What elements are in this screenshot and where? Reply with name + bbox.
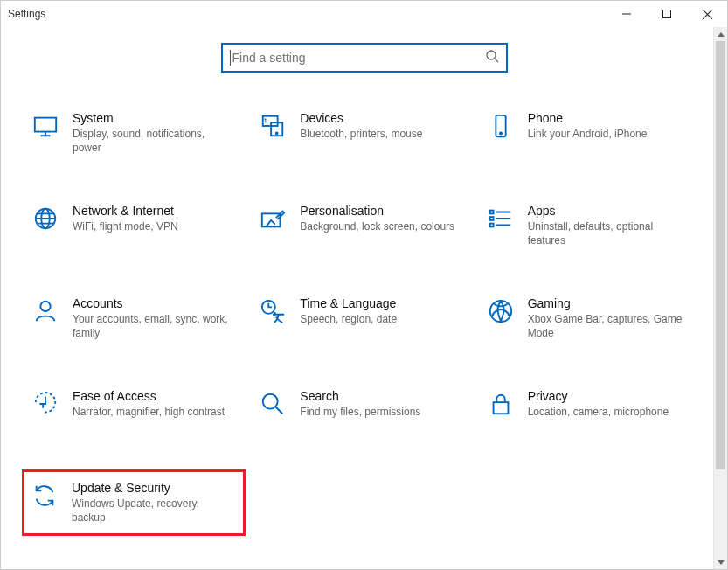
gaming-icon: [486, 296, 516, 326]
tile-title: Ease of Access: [73, 389, 225, 403]
close-button[interactable]: [687, 1, 727, 27]
magnifier-icon: [258, 389, 288, 419]
tile-desc: Uninstall, defaults, optional features: [528, 219, 685, 247]
time-language-icon: [258, 296, 288, 326]
tile-desc: WiFi, flight mode, VPN: [73, 219, 178, 233]
search-icon: [485, 49, 499, 66]
search-box[interactable]: [221, 43, 508, 73]
lock-icon: [486, 389, 516, 419]
tile-title: Time & Language: [300, 296, 397, 310]
svg-rect-12: [489, 217, 493, 220]
tile-desc: Find my files, permissions: [300, 405, 420, 419]
ease-of-access-icon: [31, 389, 60, 419]
phone-icon: [486, 111, 516, 141]
svg-point-14: [40, 302, 50, 311]
search-input[interactable]: [232, 51, 484, 65]
tile-title: Personalisation: [300, 204, 454, 218]
content-area: System Display, sound, notifications, po…: [1, 27, 727, 536]
tile-desc: Bluetooth, printers, mouse: [300, 127, 422, 141]
svg-rect-13: [489, 224, 493, 227]
svg-point-1: [487, 51, 496, 59]
tile-title: Accounts: [73, 296, 230, 310]
scrollbar-thumb[interactable]: [716, 41, 725, 469]
tile-phone[interactable]: Phone Link your Android, iPhone: [482, 108, 701, 169]
globe-icon: [31, 204, 60, 233]
minimize-button[interactable]: [607, 1, 647, 27]
tile-title: Phone: [528, 111, 648, 125]
paintbrush-icon: [258, 204, 288, 233]
system-icon: [31, 111, 60, 141]
window-controls: [607, 1, 727, 27]
tile-privacy[interactable]: Privacy Location, camera, microphone: [482, 386, 701, 447]
tile-gaming[interactable]: Gaming Xbox Game Bar, captures, Game Mod…: [482, 293, 701, 354]
tile-apps[interactable]: Apps Uninstall, defaults, optional featu…: [482, 200, 701, 261]
tile-title: Search: [300, 389, 420, 403]
tile-ease-of-access[interactable]: Ease of Access Narrator, magnifier, high…: [27, 386, 246, 447]
tile-title: Gaming: [528, 296, 685, 310]
sync-icon: [30, 481, 59, 511]
text-cursor: [230, 50, 231, 66]
tile-desc: Speech, region, date: [300, 312, 397, 326]
svg-point-5: [276, 133, 278, 135]
svg-rect-11: [489, 211, 493, 214]
scrollbar[interactable]: [713, 27, 727, 569]
apps-icon: [486, 204, 516, 233]
tile-devices[interactable]: Devices Bluetooth, printers, mouse: [254, 108, 473, 169]
person-icon: [31, 296, 60, 326]
tile-title: Privacy: [528, 389, 669, 403]
svg-rect-2: [35, 118, 56, 132]
tile-update-security[interactable]: Update & Security Windows Update, recove…: [22, 469, 246, 536]
settings-grid: System Display, sound, notifications, po…: [18, 108, 710, 536]
tile-desc: Location, camera, microphone: [528, 405, 669, 419]
tile-title: Devices: [300, 111, 422, 125]
titlebar: Settings: [1, 1, 727, 27]
tile-system[interactable]: System Display, sound, notifications, po…: [27, 108, 246, 169]
svg-rect-18: [493, 402, 508, 414]
tile-desc: Windows Update, recovery, backup: [72, 497, 229, 525]
svg-rect-0: [663, 10, 671, 18]
svg-point-17: [263, 394, 278, 409]
tile-accounts[interactable]: Accounts Your accounts, email, sync, wor…: [27, 293, 246, 354]
svg-point-16: [489, 301, 510, 322]
scroll-down-icon[interactable]: [714, 555, 727, 569]
tile-desc: Background, lock screen, colours: [300, 219, 454, 233]
tile-desc: Xbox Game Bar, captures, Game Mode: [528, 312, 685, 340]
tile-desc: Link your Android, iPhone: [528, 127, 648, 141]
tile-network[interactable]: Network & Internet WiFi, flight mode, VP…: [27, 200, 246, 261]
tile-desc: Display, sound, notifications, power: [73, 127, 230, 155]
window-title: Settings: [8, 8, 45, 20]
scroll-up-icon[interactable]: [714, 27, 727, 41]
svg-point-7: [500, 132, 502, 134]
devices-icon: [258, 111, 288, 141]
maximize-button[interactable]: [647, 1, 687, 27]
tile-title: System: [73, 111, 230, 125]
tile-desc: Your accounts, email, sync, work, family: [73, 312, 230, 340]
tile-search[interactable]: Search Find my files, permissions: [254, 386, 473, 447]
tile-personalisation[interactable]: Personalisation Background, lock screen,…: [254, 200, 473, 261]
tile-desc: Narrator, magnifier, high contrast: [73, 405, 225, 419]
tile-title: Update & Security: [72, 481, 229, 495]
tile-time-language[interactable]: Time & Language Speech, region, date: [254, 293, 473, 354]
tile-title: Apps: [528, 204, 685, 218]
tile-title: Network & Internet: [73, 204, 178, 218]
